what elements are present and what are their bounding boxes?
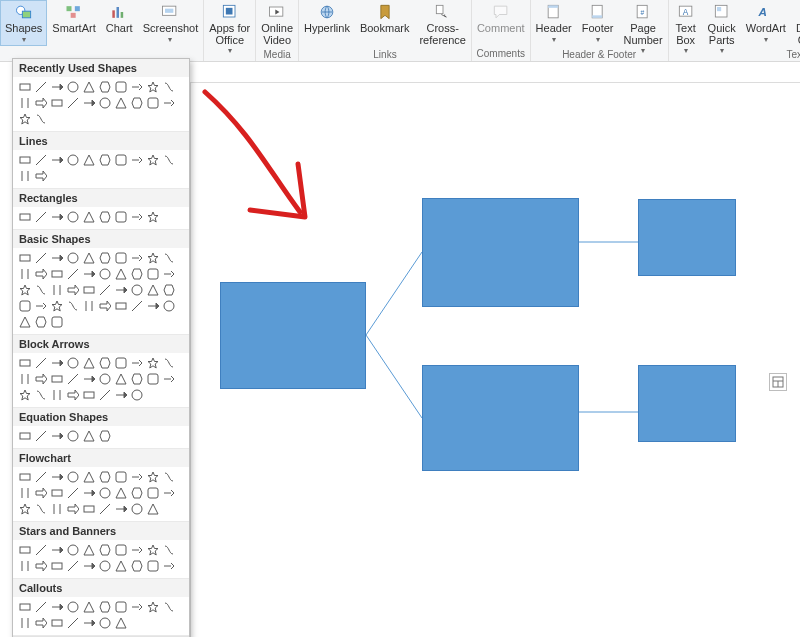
shape-option[interactable] bbox=[82, 616, 96, 630]
shape-option[interactable] bbox=[162, 299, 176, 313]
shape-option[interactable] bbox=[18, 616, 32, 630]
shape-option[interactable] bbox=[18, 80, 32, 94]
shape-option[interactable] bbox=[82, 210, 96, 224]
shape-option[interactable] bbox=[66, 267, 80, 281]
shape-option[interactable] bbox=[114, 96, 128, 110]
shape-option[interactable] bbox=[18, 543, 32, 557]
shape-option[interactable] bbox=[34, 251, 48, 265]
shape-option[interactable] bbox=[98, 153, 112, 167]
shape-option[interactable] bbox=[66, 210, 80, 224]
shape-option[interactable] bbox=[82, 486, 96, 500]
connector[interactable] bbox=[366, 252, 422, 335]
shape-option[interactable] bbox=[114, 299, 128, 313]
shape-option[interactable] bbox=[82, 299, 96, 313]
shape-option[interactable] bbox=[146, 372, 160, 386]
shape-option[interactable] bbox=[34, 169, 48, 183]
shape-option[interactable] bbox=[130, 502, 144, 516]
shape-option[interactable] bbox=[82, 429, 96, 443]
shape-option[interactable] bbox=[66, 543, 80, 557]
shape-option[interactable] bbox=[18, 267, 32, 281]
shape-option[interactable] bbox=[50, 470, 64, 484]
header-button[interactable]: Header ▾ bbox=[531, 0, 577, 46]
shape-option[interactable] bbox=[130, 388, 144, 402]
shape-option[interactable] bbox=[146, 210, 160, 224]
shape-option[interactable] bbox=[130, 283, 144, 297]
shape-option[interactable] bbox=[146, 299, 160, 313]
shape-option[interactable] bbox=[18, 251, 32, 265]
shape-option[interactable] bbox=[34, 267, 48, 281]
shape-option[interactable] bbox=[114, 470, 128, 484]
shape-option[interactable] bbox=[18, 283, 32, 297]
shape-option[interactable] bbox=[146, 283, 160, 297]
screenshot-button[interactable]: Screenshot ▾ bbox=[138, 0, 204, 46]
shape-option[interactable] bbox=[130, 153, 144, 167]
shape-option[interactable] bbox=[34, 80, 48, 94]
shape-option[interactable] bbox=[82, 80, 96, 94]
shape-option[interactable] bbox=[130, 96, 144, 110]
shape-option[interactable] bbox=[114, 616, 128, 630]
shape-option[interactable] bbox=[146, 470, 160, 484]
shape-option[interactable] bbox=[162, 356, 176, 370]
shape-option[interactable] bbox=[18, 153, 32, 167]
shape-option[interactable] bbox=[34, 486, 48, 500]
shape-option[interactable] bbox=[130, 486, 144, 500]
shape-option[interactable] bbox=[34, 283, 48, 297]
shapes-button[interactable]: Shapes ▾ bbox=[0, 0, 47, 46]
shape-option[interactable] bbox=[50, 283, 64, 297]
shape-option[interactable] bbox=[130, 559, 144, 573]
shape-option[interactable] bbox=[130, 543, 144, 557]
shape-option[interactable] bbox=[98, 251, 112, 265]
shape-option[interactable] bbox=[34, 502, 48, 516]
shape-option[interactable] bbox=[98, 283, 112, 297]
shape-option[interactable] bbox=[50, 429, 64, 443]
shape-option[interactable] bbox=[50, 80, 64, 94]
layout-options-button[interactable] bbox=[769, 373, 787, 391]
shape-option[interactable] bbox=[18, 502, 32, 516]
shape-option[interactable] bbox=[146, 600, 160, 614]
shape-option[interactable] bbox=[114, 502, 128, 516]
shape-rectangle[interactable] bbox=[638, 365, 736, 442]
bookmark-button[interactable]: Bookmark bbox=[355, 0, 415, 37]
shape-option[interactable] bbox=[18, 169, 32, 183]
shape-option[interactable] bbox=[130, 470, 144, 484]
shape-option[interactable] bbox=[34, 543, 48, 557]
shape-option[interactable] bbox=[82, 267, 96, 281]
shape-option[interactable] bbox=[18, 315, 32, 329]
shape-option[interactable] bbox=[50, 356, 64, 370]
shape-option[interactable] bbox=[18, 299, 32, 313]
shape-option[interactable] bbox=[114, 356, 128, 370]
shape-option[interactable] bbox=[50, 502, 64, 516]
shape-option[interactable] bbox=[50, 96, 64, 110]
shape-option[interactable] bbox=[66, 251, 80, 265]
shape-option[interactable] bbox=[66, 616, 80, 630]
shape-option[interactable] bbox=[114, 559, 128, 573]
shape-option[interactable] bbox=[146, 96, 160, 110]
shape-option[interactable] bbox=[98, 470, 112, 484]
shape-option[interactable] bbox=[98, 388, 112, 402]
shape-option[interactable] bbox=[162, 283, 176, 297]
footer-button[interactable]: Footer ▾ bbox=[577, 0, 619, 46]
shape-option[interactable] bbox=[162, 96, 176, 110]
shape-option[interactable] bbox=[130, 251, 144, 265]
shape-option[interactable] bbox=[82, 251, 96, 265]
shape-option[interactable] bbox=[130, 600, 144, 614]
shape-option[interactable] bbox=[98, 616, 112, 630]
shape-option[interactable] bbox=[34, 388, 48, 402]
shape-option[interactable] bbox=[34, 153, 48, 167]
shape-option[interactable] bbox=[114, 267, 128, 281]
shape-option[interactable] bbox=[98, 429, 112, 443]
shape-option[interactable] bbox=[18, 388, 32, 402]
shape-option[interactable] bbox=[114, 543, 128, 557]
shape-option[interactable] bbox=[98, 543, 112, 557]
shape-option[interactable] bbox=[130, 299, 144, 313]
shape-option[interactable] bbox=[114, 210, 128, 224]
shape-option[interactable] bbox=[114, 388, 128, 402]
shape-option[interactable] bbox=[50, 616, 64, 630]
shape-option[interactable] bbox=[162, 470, 176, 484]
shape-option[interactable] bbox=[98, 486, 112, 500]
shape-option[interactable] bbox=[114, 80, 128, 94]
apps-for-office-button[interactable]: Apps for Office ▾ bbox=[204, 0, 255, 57]
shape-option[interactable] bbox=[98, 96, 112, 110]
shape-option[interactable] bbox=[146, 267, 160, 281]
shape-option[interactable] bbox=[82, 600, 96, 614]
